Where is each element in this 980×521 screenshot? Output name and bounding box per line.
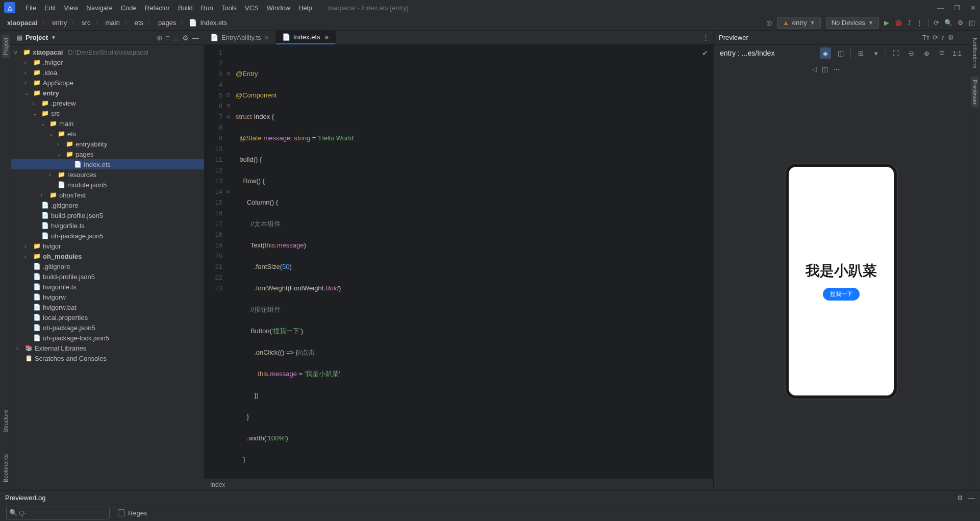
tree-item[interactable]: ›📁ohosTest [11,190,204,200]
menu-view[interactable]: View [60,2,82,14]
sync-icon[interactable]: ⟳ [934,19,939,27]
project-view-dropdown[interactable]: ▼ [51,35,56,40]
breadcrumb-item[interactable]: Index.ets [198,18,229,28]
breadcrumb-item[interactable]: entry [50,18,69,28]
maximize-icon[interactable]: ❐ [954,4,960,12]
breadcrumb-item[interactable]: xiaopacai [5,18,39,28]
prev-font-icon[interactable]: Tт [922,34,929,41]
tree-item[interactable]: ›📁resources [11,169,204,180]
menu-edit[interactable]: Edit [40,2,60,14]
menu-navigate[interactable]: Navigate [82,2,116,14]
menu-window[interactable]: Window [263,2,294,14]
tree-item[interactable]: 📄Index.ets [11,159,204,169]
tree-item[interactable]: 📄hvigorfile.ts [11,282,204,292]
tree-item[interactable]: ›📁.idea [11,67,204,78]
tree-item[interactable]: 📄oh-package.json5 [11,322,204,333]
close-icon[interactable]: ✕ [970,4,976,12]
editor-tab[interactable]: 📄Index.ets● [276,31,336,44]
zoom-in-icon[interactable]: ⊕ [921,47,932,59]
dropdown-icon[interactable]: ▾ [870,47,882,59]
grid-icon[interactable]: ⊞ [855,47,866,59]
run-icon[interactable]: ▶ [884,19,889,27]
layers-icon[interactable]: ◫ [835,47,846,59]
previewer-tool-tab[interactable]: Previewer [971,77,979,108]
tree-item[interactable]: ⌄📁pages [11,149,204,159]
external-icon[interactable]: ⧉ [936,47,947,59]
tree-item[interactable]: ›📁AppScope [11,78,204,88]
project-tool-tab[interactable]: Project [2,35,10,58]
menu-vcs[interactable]: VCS [241,2,263,14]
prev-split-icon[interactable]: ◫ [822,65,828,73]
collapse-icon[interactable]: ≣ [173,34,179,42]
zoom-out-icon[interactable]: ⊖ [906,47,917,59]
tree-item[interactable]: ⌄📁ets [11,129,204,139]
breadcrumb-item[interactable]: pages [156,18,178,28]
breadcrumb-item[interactable]: ets [133,18,145,28]
tree-item[interactable]: ⌄📁entry [11,88,204,98]
minimize-icon[interactable]: — [937,4,944,12]
tree-item[interactable]: 📄module.json5 [11,180,204,190]
tree-item[interactable]: ›📚External Libraries [11,343,204,353]
breadcrumb-item[interactable]: main [104,18,122,28]
tree-item[interactable]: 📄.gitignore [11,261,204,271]
tree-item[interactable]: 📄local.properties [11,312,204,322]
locate-icon[interactable]: ⊕ [157,34,163,42]
log-search-input[interactable] [6,507,110,519]
tree-item[interactable]: 📄hvigorw [11,292,204,302]
one-to-one-icon[interactable]: 1:1 [951,47,963,59]
tree-item[interactable]: ›📁hvigor [11,241,204,251]
settings-icon[interactable]: ⚙ [958,19,964,27]
search-icon[interactable]: 🔍 [944,19,952,27]
log-settings-icon[interactable]: ⚙ [957,494,963,502]
menu-run[interactable]: Run [197,2,217,14]
prev-back-icon[interactable]: ◁ [812,65,817,73]
tabs-more-icon[interactable]: ⋮ [698,31,713,44]
tree-item[interactable]: 📄build-profile.json5 [11,271,204,282]
module-selector[interactable]: ▲ entry ▼ [777,17,821,29]
expand-icon[interactable]: ≡ [166,34,170,42]
tree-item[interactable]: ⌄📁main [11,118,204,129]
tree-item[interactable]: ›📁oh_modules [11,251,204,261]
more-run-icon[interactable]: ⋮ [916,19,923,27]
tree-root[interactable]: v 📁 xiaopacai D:\DevEcoStudio\xiaopacai [11,47,204,57]
log-hide-icon[interactable]: — [968,494,975,502]
panel-hide-icon[interactable]: — [192,34,199,42]
tree-item[interactable]: 📄oh-package-lock.json5 [11,333,204,343]
menu-file[interactable]: File [21,2,40,14]
tree-item[interactable]: 📄build-profile.json5 [11,210,204,220]
prev-more-icon[interactable]: ⋯ [833,65,840,73]
fit-icon[interactable]: ⛶ [890,47,901,59]
tree-item[interactable]: ›📁.hvigor [11,57,204,67]
tree-item[interactable]: 📄hvigorfile.ts [11,220,204,231]
target-icon[interactable]: ◎ [766,19,772,27]
menu-help[interactable]: Help [294,2,316,14]
prev-settings-icon[interactable]: ⚙ [948,34,954,41]
device-selector[interactable]: No Devices ▼ [826,17,879,29]
menu-refactor[interactable]: Refactor [141,2,174,14]
attach-icon[interactable]: ⤴ [908,19,911,27]
editor-breadcrumb[interactable]: Index [204,478,713,490]
tree-item[interactable]: ›📁entryability [11,139,204,149]
panel-settings-icon[interactable]: ⚙ [182,34,189,42]
inspect-icon[interactable]: ◈ [820,47,831,59]
inspection-ok-icon[interactable]: ✔ [702,48,708,59]
prev-refresh-icon[interactable]: ⟳ [933,34,938,41]
sdk-icon[interactable]: ◫ [969,19,975,27]
tree-item[interactable]: ›📁.preview [11,98,204,108]
bookmarks-tool-tab[interactable]: Bookmarks [2,451,10,485]
tree-item[interactable]: 📄.gitignore [11,200,204,210]
tree-item[interactable]: 📄hvigorw.bat [11,302,204,312]
menu-build[interactable]: Build [174,2,197,14]
tree-item[interactable]: 📄oh-package.json5 [11,231,204,241]
debug-icon[interactable]: 🐞 [894,19,902,27]
regex-checkbox[interactable]: Regex [118,509,147,517]
tree-item[interactable]: 📋Scratches and Consoles [11,353,204,363]
notifications-tool-tab[interactable]: Notifications [971,35,979,71]
tree-item[interactable]: ⌄📁src [11,108,204,118]
prev-pin-icon[interactable]: ⫯ [941,34,945,41]
editor-tab[interactable]: 📄EntryAbility.ts✕ [204,31,276,44]
menu-tools[interactable]: Tools [217,2,241,14]
prev-hide-icon[interactable]: — [957,34,964,41]
menu-code[interactable]: Code [117,2,141,14]
breadcrumb-item[interactable]: src [80,18,92,28]
